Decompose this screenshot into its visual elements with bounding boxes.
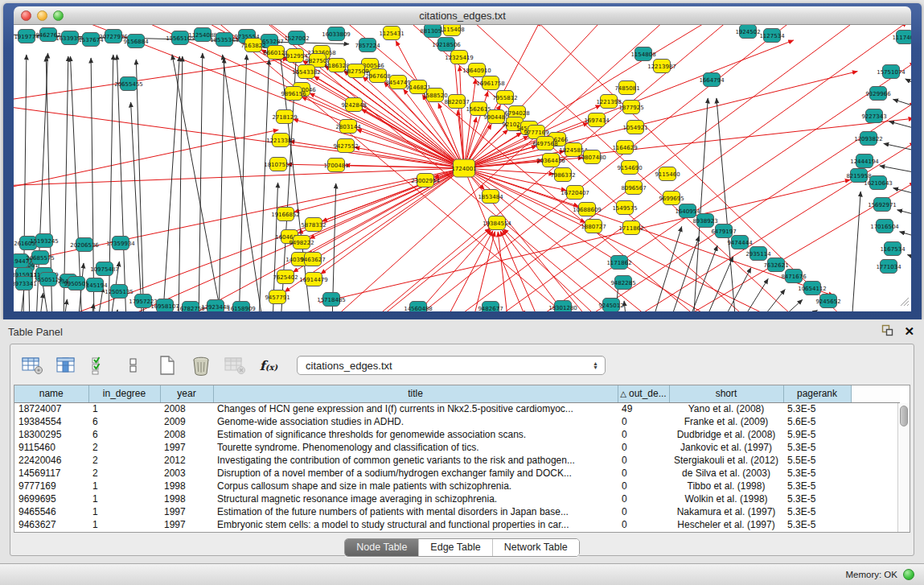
table-cell[interactable]: 19384554 bbox=[14, 415, 88, 428]
table-cell[interactable]: Stergiakouli et al. (2012) bbox=[669, 454, 783, 467]
network-canvas[interactable]: 1919774946276216339396153767420727976915… bbox=[14, 25, 911, 311]
table-cell[interactable]: 0 bbox=[618, 428, 669, 441]
table-settings-button[interactable] bbox=[20, 354, 44, 377]
table-cell[interactable]: 2009 bbox=[160, 415, 213, 428]
table-cell[interactable]: 2008 bbox=[160, 402, 213, 415]
table-cell[interactable]: 0 bbox=[618, 492, 669, 505]
tab-edge-table[interactable]: Edge Table bbox=[418, 539, 491, 556]
table-cell[interactable]: 0 bbox=[618, 441, 669, 454]
table-cell[interactable]: 2003 bbox=[160, 467, 213, 480]
table-cell[interactable]: 5.5E-5 bbox=[783, 454, 851, 467]
column-header-name[interactable]: name bbox=[14, 385, 88, 402]
table-cell[interactable]: Structural magnetic resonance image aver… bbox=[213, 492, 618, 505]
table-cell[interactable]: 5.3E-5 bbox=[783, 518, 851, 531]
network-window-titlebar[interactable]: citations_edges.txt bbox=[14, 6, 911, 25]
table-cell[interactable]: 0 bbox=[618, 415, 669, 428]
table-cell[interactable]: 5.6E-5 bbox=[783, 415, 851, 428]
table-cell[interactable]: 2008 bbox=[160, 428, 213, 441]
table-cell[interactable]: Tibbo et al. (1998) bbox=[669, 480, 783, 492]
table-cell[interactable]: Corpus callosum shape and size in male p… bbox=[213, 480, 618, 492]
table-cell[interactable]: 2 bbox=[88, 441, 160, 454]
table-cell[interactable]: 5.3E-5 bbox=[783, 505, 851, 518]
table-cell[interactable]: 6 bbox=[88, 428, 160, 441]
select-column-button[interactable] bbox=[54, 354, 78, 377]
table-cell[interactable]: 5.3E-5 bbox=[783, 480, 851, 492]
table-row[interactable]: 946554611997Estimation of the future num… bbox=[14, 505, 900, 518]
table-cell[interactable]: de Silva et al. (2003) bbox=[669, 467, 783, 480]
table-cell[interactable]: Franke et al. (2009) bbox=[669, 415, 783, 428]
table-cell[interactable]: 18300295 bbox=[14, 428, 88, 441]
float-panel-icon[interactable] bbox=[881, 324, 893, 339]
network-svg[interactable]: 1919774946276216339396153767420727976915… bbox=[14, 25, 911, 311]
table-cell[interactable]: Investigating the contribution of common… bbox=[213, 454, 618, 467]
table-row[interactable]: 969969511998Structural magnetic resonanc… bbox=[14, 492, 900, 505]
table-cell[interactable]: Disruption of a novel member of a sodium… bbox=[213, 467, 618, 480]
table-cell[interactable]: 9777169 bbox=[14, 480, 88, 492]
table-cell[interactable]: 1998 bbox=[160, 492, 213, 505]
table-cell[interactable]: 5.9E-5 bbox=[783, 428, 851, 441]
select-rows-check-button[interactable] bbox=[88, 354, 112, 377]
table-cell[interactable]: 1 bbox=[88, 518, 160, 531]
table-cell[interactable]: 9463627 bbox=[14, 518, 88, 531]
tab-network-table[interactable]: Network Table bbox=[492, 539, 579, 556]
table-cell[interactable]: 5.3E-5 bbox=[783, 467, 851, 480]
table-row[interactable]: 977716911998Corpus callosum shape and si… bbox=[14, 480, 900, 492]
table-scrollbar-thumb[interactable] bbox=[900, 406, 908, 426]
table-cell[interactable]: 0 bbox=[618, 505, 669, 518]
table-source-select[interactable]: citations_edges.txt ▲▼ bbox=[297, 356, 606, 375]
table-row[interactable]: 2242004622012Investigating the contribut… bbox=[14, 454, 900, 467]
table-cell[interactable]: 2 bbox=[88, 467, 160, 480]
table-cell[interactable]: Wolkin et al. (1998) bbox=[669, 492, 783, 505]
table-row[interactable]: 911546021997Tourette syndrome. Phenomeno… bbox=[14, 441, 900, 454]
table-cell[interactable]: 1998 bbox=[160, 480, 213, 492]
column-header-short[interactable]: short bbox=[669, 385, 783, 402]
table-cell[interactable]: 22420046 bbox=[14, 454, 88, 467]
table-cell[interactable]: 1997 bbox=[160, 505, 213, 518]
column-header-title[interactable]: title bbox=[213, 385, 618, 402]
table-cell[interactable]: 49 bbox=[618, 402, 669, 415]
table-cell[interactable]: 1 bbox=[88, 480, 160, 492]
column-header-year[interactable]: year bbox=[160, 385, 213, 402]
table-cell[interactable]: Hescheler et al. (1997) bbox=[669, 518, 783, 531]
column-header-in-degree[interactable]: in_degree bbox=[88, 385, 160, 402]
table-cell[interactable]: 14569117 bbox=[14, 467, 88, 480]
row-height-button[interactable] bbox=[121, 354, 146, 377]
table-cell[interactable]: 5.3E-5 bbox=[783, 402, 851, 415]
table-cell[interactable]: 9115460 bbox=[14, 441, 88, 454]
table-cell[interactable]: 6 bbox=[88, 415, 160, 428]
table-cell[interactable]: Yano et al. (2008) bbox=[669, 402, 783, 415]
close-panel-icon[interactable]: ✕ bbox=[904, 326, 914, 337]
table-cell[interactable]: 0 bbox=[618, 518, 669, 531]
resize-grip-icon[interactable] bbox=[898, 295, 910, 310]
table-cell[interactable]: 1 bbox=[88, 402, 160, 415]
table-cell[interactable]: Dudbridge et al. (2008) bbox=[669, 428, 783, 441]
table-row[interactable]: 1938455462009Genome-wide association stu… bbox=[14, 415, 900, 428]
column-header-pagerank[interactable]: pagerank bbox=[783, 385, 851, 402]
table-row[interactable]: 1872400712008Changes of HCN gene express… bbox=[14, 402, 900, 415]
table-cell[interactable]: 1 bbox=[88, 492, 160, 505]
table-cell[interactable]: 1 bbox=[88, 505, 160, 518]
table-cell[interactable]: 5.3E-5 bbox=[783, 492, 851, 505]
table-cell[interactable]: 1997 bbox=[160, 441, 213, 454]
table-cell[interactable]: 0 bbox=[618, 467, 669, 480]
table-cell[interactable]: Tourette syndrome. Phenomenology and cla… bbox=[213, 441, 618, 454]
table-scrollbar[interactable] bbox=[897, 403, 910, 532]
table-cell[interactable]: Jankovic et al. (1997) bbox=[669, 441, 783, 454]
table-cell[interactable]: 0 bbox=[618, 454, 669, 467]
table-cell[interactable]: 2012 bbox=[160, 454, 213, 467]
column-header-out-de-[interactable]: △out_de... bbox=[618, 385, 669, 402]
table-cell[interactable]: Estimation of the future numbers of pati… bbox=[213, 505, 618, 518]
delete-column-trash-button[interactable] bbox=[189, 354, 213, 377]
table-cell[interactable]: Embryonic stem cells: a model to study s… bbox=[213, 518, 618, 531]
table-cell[interactable]: Estimation of significance thresholds fo… bbox=[213, 428, 618, 441]
table-cell[interactable]: 9465546 bbox=[14, 505, 88, 518]
function-builder-button[interactable]: f(x) bbox=[257, 354, 281, 377]
table-cell[interactable]: 5.3E-5 bbox=[783, 441, 851, 454]
table-cell[interactable]: 1997 bbox=[160, 518, 213, 531]
tab-node-table[interactable]: Node Table bbox=[345, 539, 418, 556]
table-cell[interactable]: Genome-wide association studies in ADHD. bbox=[213, 415, 618, 428]
table-cell[interactable]: 9699695 bbox=[14, 492, 88, 505]
table-row[interactable]: 1456911722003Disruption of a novel membe… bbox=[14, 467, 900, 480]
table-row[interactable]: 946362711997Embryonic stem cells: a mode… bbox=[14, 518, 900, 531]
table-cell[interactable]: 2 bbox=[88, 454, 160, 467]
